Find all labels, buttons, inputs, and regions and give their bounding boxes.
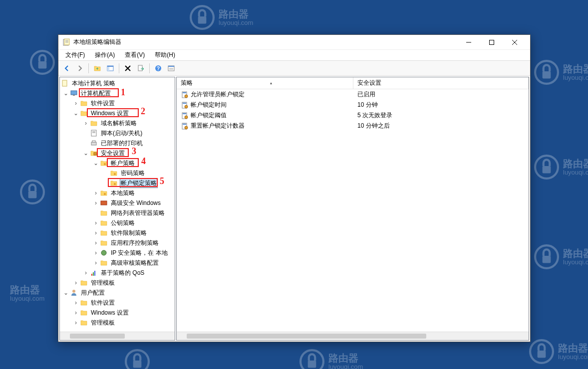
delete-button[interactable] [122, 62, 134, 74]
tree-uc-software[interactable]: › 软件设置 [60, 298, 175, 308]
svg-rect-41 [73, 95, 75, 96]
policy-folder-icon [110, 169, 118, 177]
svg-rect-19 [64, 39, 69, 45]
tree-scripts[interactable]: 脚本(启动/关机) [60, 128, 175, 138]
tree-software-restrict[interactable]: › 软件限制策略 [60, 228, 175, 238]
svg-point-60 [185, 95, 188, 98]
properties-button[interactable] [165, 62, 177, 74]
tree-dns-policy[interactable]: › 域名解析策略 [60, 118, 175, 128]
tree-label: 管理模板 [90, 319, 116, 327]
up-button[interactable] [91, 62, 103, 74]
menu-view[interactable]: 查看(V) [120, 50, 150, 60]
tree-lockout-policy[interactable]: 帐户锁定策略 [60, 178, 175, 188]
expand-icon[interactable]: › [72, 319, 80, 326]
tree-adv-windows[interactable]: › 高级安全 Windows [60, 198, 175, 208]
tree-security-settings[interactable]: ⌄ 安全设置 [60, 148, 175, 158]
expand-icon[interactable]: › [72, 279, 80, 286]
collapse-icon[interactable]: ⌄ [72, 110, 80, 117]
column-policy[interactable]: 策略 ▴ [177, 77, 353, 89]
forward-button[interactable] [74, 62, 86, 74]
cell-setting: 已启用 [357, 90, 375, 99]
tree-local-policy[interactable]: › 本地策略 [60, 188, 175, 198]
tree-printers[interactable]: 已部署的打印机 [60, 138, 175, 148]
expand-icon[interactable]: › [82, 120, 90, 127]
export-button[interactable] [135, 62, 147, 74]
content-area: 本地计算机 策略 ⌄ 计算机配置 1 › 软件设置 ⌄ [58, 76, 530, 342]
tree-ip-sec[interactable]: › IP 安全策略，在 本地 [60, 248, 175, 258]
svg-rect-62 [183, 103, 186, 104]
list-panel: 策略 ▴ 安全设置 允许管理员帐户锁定 已启用 帐户锁定时间 10 分钟 帐户锁… [176, 77, 529, 341]
tree-windows-settings[interactable]: ⌄ Windows 设置 [60, 108, 175, 118]
window-title: 本地组策略编辑器 [73, 38, 457, 46]
svg-rect-24 [490, 40, 494, 44]
expand-icon[interactable]: › [92, 239, 100, 246]
expand-icon[interactable]: › [92, 229, 100, 236]
app-icon [62, 38, 70, 46]
tree-password-policy[interactable]: 密码策略 [60, 168, 175, 178]
column-label: 安全设置 [357, 79, 381, 87]
tree-adv-audit[interactable]: › 高级审核策略配置 [60, 258, 175, 268]
list-row[interactable]: 允许管理员帐户锁定 已启用 [177, 89, 529, 100]
folder-icon [80, 109, 88, 117]
expand-icon[interactable]: › [72, 309, 80, 316]
tree-label: 本地计算机 策略 [71, 79, 116, 88]
tree-uc-windows[interactable]: › Windows 设置 [60, 308, 175, 318]
list-row[interactable]: 帐户锁定阈值 5 次无效登录 [177, 110, 529, 121]
expand-icon[interactable]: › [92, 199, 100, 206]
tree-label: 软件限制策略 [110, 229, 148, 237]
tree-qos[interactable]: › 基于策略的 QoS [60, 268, 175, 278]
tree-label: 公钥策略 [110, 219, 136, 227]
menu-file[interactable]: 文件(F) [60, 50, 90, 60]
tree-software-settings[interactable]: › 软件设置 [60, 98, 175, 108]
expand-icon[interactable]: › [72, 299, 80, 306]
collapse-icon[interactable]: ⌄ [62, 289, 70, 296]
svg-rect-65 [183, 113, 186, 114]
menu-help[interactable]: 帮助(H) [150, 50, 180, 60]
policy-folder-icon [100, 189, 108, 197]
expand-icon[interactable]: › [92, 189, 100, 196]
expand-icon[interactable]: › [82, 269, 90, 276]
svg-rect-47 [94, 153, 96, 155]
tree-user-config[interactable]: ⌄ 用户配置 [60, 288, 175, 298]
svg-point-48 [104, 163, 106, 165]
maximize-button[interactable] [480, 35, 503, 50]
collapse-icon[interactable]: ⌄ [82, 150, 90, 157]
collapse-icon[interactable]: ⌄ [92, 160, 100, 167]
tree-net-list[interactable]: 网络列表管理器策略 [60, 208, 175, 218]
expand-icon[interactable]: › [92, 259, 100, 266]
firewall-icon [100, 199, 108, 207]
minimize-button[interactable] [457, 35, 480, 50]
close-button[interactable] [503, 35, 526, 50]
list-row[interactable]: 帐户锁定时间 10 分钟 [177, 100, 529, 110]
expand-icon[interactable]: › [92, 219, 100, 226]
tree-computer-config[interactable]: ⌄ 计算机配置 [60, 88, 175, 98]
tree-app-control[interactable]: › 应用程序控制策略 [60, 238, 175, 248]
svg-rect-29 [107, 67, 109, 71]
folder-icon [100, 259, 108, 267]
policy-item-icon [181, 101, 189, 109]
svg-rect-7 [543, 166, 551, 174]
user-icon [70, 289, 78, 297]
back-button[interactable] [61, 62, 73, 74]
show-hide-tree-button[interactable] [104, 62, 116, 74]
list-hscrollbar[interactable] [177, 332, 529, 340]
tree-hscrollbar[interactable] [60, 332, 175, 340]
svg-rect-59 [183, 92, 186, 93]
column-security-setting[interactable]: 安全设置 [353, 77, 529, 89]
svg-rect-45 [91, 142, 96, 145]
folder-icon [80, 299, 88, 307]
tree-public-key[interactable]: › 公钥策略 [60, 218, 175, 228]
menu-action[interactable]: 操作(A) [90, 50, 120, 60]
tree-label: 管理模板 [90, 279, 116, 287]
collapse-icon[interactable]: ⌄ [62, 90, 70, 97]
expand-icon[interactable]: › [92, 249, 100, 256]
expand-icon[interactable]: › [72, 100, 80, 107]
list-row[interactable]: 重置帐户锁定计数器 10 分钟之后 [177, 121, 529, 131]
tree-uc-admin[interactable]: › 管理模板 [60, 318, 175, 328]
policy-tree[interactable]: 本地计算机 策略 ⌄ 计算机配置 1 › 软件设置 ⌄ [60, 77, 175, 329]
tree-admin-templates[interactable]: › 管理模板 [60, 278, 175, 288]
tree-account-policy[interactable]: ⌄ 帐户策略 [60, 158, 175, 168]
help-button[interactable]: ? [152, 62, 164, 74]
tree-root[interactable]: 本地计算机 策略 [60, 78, 175, 88]
svg-rect-56 [94, 271, 95, 276]
